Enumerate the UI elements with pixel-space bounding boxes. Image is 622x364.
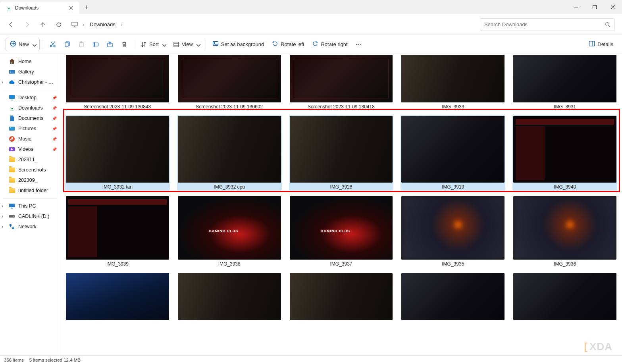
close-button[interactable] [604, 0, 622, 14]
svg-point-27 [13, 216, 14, 217]
forward-button[interactable] [20, 17, 34, 32]
file-item[interactable]: IMG_3939 [65, 195, 170, 268]
details-icon [589, 40, 595, 48]
sidebar-quick-item[interactable]: Desktop📌 [0, 92, 60, 103]
tab-title: Downloads [15, 5, 65, 11]
share-button[interactable] [104, 38, 116, 51]
sidebar-quick-item[interactable]: 202311_ [0, 154, 60, 165]
refresh-button[interactable] [52, 17, 66, 32]
navigation-bar: › Downloads › [0, 14, 622, 35]
sidebar-gallery[interactable]: Gallery [0, 67, 60, 77]
file-item[interactable]: IMG_3938 [177, 195, 282, 268]
file-grid-area[interactable]: Screenshot 2023-11-09 130843Screenshot 2… [60, 54, 622, 355]
pin-icon: 📌 [52, 127, 57, 131]
file-item[interactable] [401, 272, 505, 322]
rotate-left-button[interactable]: Rotate left [269, 38, 307, 51]
sidebar-quick-item[interactable]: untitled folder [0, 185, 60, 196]
chevron-right-icon[interactable]: › [119, 21, 124, 27]
file-name: Screenshot 2023-11-09 130602 [196, 104, 263, 110]
file-item[interactable] [289, 272, 394, 322]
file-item[interactable] [177, 272, 282, 322]
view-button[interactable]: View [170, 38, 202, 51]
sidebar-home[interactable]: Home [0, 56, 60, 67]
file-name: IMG_3938 [218, 261, 241, 267]
search-input[interactable] [484, 21, 605, 27]
copy-button[interactable] [61, 38, 73, 51]
sidebar-network[interactable]: ›Network [0, 221, 60, 232]
chevron-right-icon[interactable]: › [2, 224, 6, 229]
breadcrumb-current[interactable]: Downloads [87, 20, 117, 29]
monitor-icon[interactable] [71, 21, 78, 28]
sidebar-quick-item[interactable]: Videos📌 [0, 144, 60, 154]
file-item[interactable]: IMG_3932 fan [65, 115, 170, 191]
tab-close-icon[interactable] [68, 5, 74, 11]
file-item[interactable]: Screenshot 2023-11-09 130418 [289, 54, 394, 110]
sidebar-label: Documents [18, 116, 43, 121]
rotate-right-button[interactable]: Rotate right [309, 38, 350, 51]
file-item[interactable]: IMG_3928 [289, 115, 394, 191]
rename-button[interactable] [89, 38, 102, 51]
file-item[interactable]: IMG_3932 cpu [177, 115, 282, 191]
file-item[interactable]: Screenshot 2023-11-09 130602 [177, 54, 282, 110]
up-button[interactable] [36, 17, 50, 32]
delete-button[interactable] [118, 38, 131, 51]
search-box[interactable] [480, 18, 615, 31]
svg-point-16 [360, 44, 361, 44]
chevron-right-icon[interactable]: › [81, 21, 86, 27]
paste-button[interactable] [75, 38, 88, 51]
sidebar-drive[interactable]: ›CADLINK (D:) [0, 211, 60, 221]
svg-rect-0 [593, 5, 597, 9]
sort-button[interactable]: Sort [137, 38, 168, 51]
sidebar-thispc[interactable]: ›This PC [0, 201, 60, 211]
gallery-icon [9, 69, 15, 75]
file-item[interactable]: IMG_3940 [512, 115, 617, 191]
file-thumbnail [513, 273, 616, 320]
minimize-button[interactable] [567, 0, 585, 14]
search-icon[interactable] [605, 22, 610, 27]
cut-button[interactable] [46, 38, 59, 51]
svg-rect-9 [93, 43, 98, 46]
chevron-right-icon[interactable]: › [2, 79, 6, 85]
back-button[interactable] [4, 17, 18, 32]
file-item[interactable] [512, 272, 617, 322]
title-bar: Downloads + [0, 0, 622, 14]
file-item[interactable]: IMG_3935 [401, 195, 505, 268]
chevron-down-icon [161, 42, 165, 46]
file-thumbnail [178, 116, 281, 183]
file-item[interactable]: IMG_3933 [401, 54, 505, 110]
new-button[interactable]: New [6, 38, 40, 51]
maximize-button[interactable] [585, 0, 604, 14]
chevron-right-icon[interactable]: › [2, 214, 6, 219]
chevron-right-icon[interactable]: › [2, 203, 6, 209]
sidebar-label: Downloads [18, 105, 43, 111]
file-thumbnail [290, 196, 393, 260]
window-tab[interactable]: Downloads [0, 2, 79, 14]
svg-point-2 [606, 22, 609, 26]
file-item[interactable]: IMG_3919 [401, 115, 505, 191]
svg-rect-17 [589, 41, 595, 46]
sidebar-quick-item[interactable]: 202309_ [0, 175, 60, 185]
sidebar-quick-item[interactable]: Music📌 [0, 134, 60, 144]
file-item[interactable]: Screenshot 2023-11-09 130843 [65, 54, 170, 110]
toolbar: New Sort View Set as background Rotate l… [0, 35, 622, 54]
set-background-button[interactable]: Set as background [209, 38, 267, 51]
svg-point-15 [358, 44, 359, 44]
pin-icon: 📌 [52, 96, 57, 100]
sort-label: Sort [149, 41, 159, 47]
file-name: IMG_3919 [442, 184, 464, 190]
new-tab-button[interactable]: + [79, 0, 94, 14]
file-item[interactable]: IMG_3937 [289, 195, 394, 268]
file-item[interactable]: IMG_3931 [512, 54, 617, 110]
sidebar-quick-item[interactable]: Documents📌 [0, 113, 60, 123]
sidebar-onedrive[interactable]: ›Christopher - Perso [0, 77, 60, 87]
more-button[interactable] [352, 38, 365, 51]
file-item[interactable] [65, 272, 170, 322]
sidebar-label: 202309_ [18, 177, 38, 183]
details-pane-button[interactable]: Details [585, 38, 616, 51]
sidebar-quick-item[interactable]: Downloads📌 [0, 103, 60, 113]
vid-icon [9, 146, 15, 152]
file-item[interactable]: IMG_3936 [512, 195, 617, 268]
sidebar-label: Desktop [18, 95, 37, 100]
sidebar-quick-item[interactable]: Pictures📌 [0, 123, 60, 134]
sidebar-quick-item[interactable]: Screenshots [0, 165, 60, 175]
